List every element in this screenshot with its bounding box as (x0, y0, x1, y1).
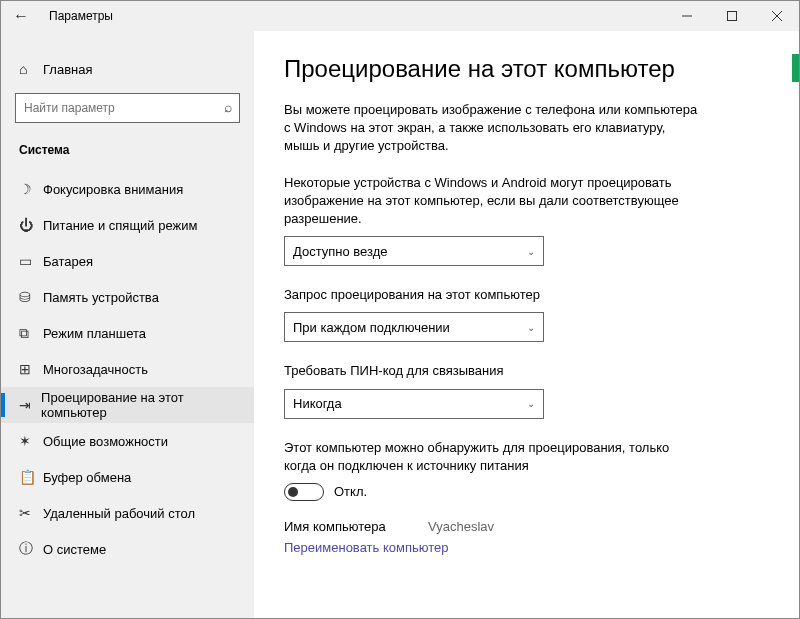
projection-permission-combo[interactable]: Доступно везде ⌄ (284, 236, 544, 266)
sidebar-item-8[interactable]: 📋Буфер обмена (1, 459, 254, 495)
focus-assist-icon: ☽ (19, 181, 43, 197)
sidebar-item-label: Общие возможности (43, 434, 168, 449)
chevron-down-icon: ⌄ (527, 246, 535, 257)
rename-pc-link[interactable]: Переименовать компьютер (284, 540, 769, 555)
projection-request-combo[interactable]: При каждом подключении ⌄ (284, 312, 544, 342)
chevron-down-icon: ⌄ (527, 322, 535, 333)
power-icon: ⏻ (19, 217, 43, 233)
projecting-icon: ⇥ (19, 397, 41, 413)
close-button[interactable] (754, 1, 799, 31)
projection-request-label: Запрос проецирования на этот компьютер (284, 286, 704, 304)
sidebar-item-7[interactable]: ✶Общие возможности (1, 423, 254, 459)
multitask-icon: ⊞ (19, 361, 43, 377)
sidebar: ⌂ Главная ⌕ Система ☽Фокусировка внимани… (1, 31, 254, 618)
minimize-button[interactable] (664, 1, 709, 31)
sidebar-section-label: Система (1, 137, 254, 171)
search-input[interactable] (15, 93, 240, 123)
sidebar-item-label: Многозадачность (43, 362, 148, 377)
pcname-label: Имя компьютера (284, 519, 404, 534)
projection-permission-label: Некоторые устройства с Windows и Android… (284, 174, 704, 229)
sidebar-item-3[interactable]: ⛁Память устройства (1, 279, 254, 315)
storage-icon: ⛁ (19, 289, 43, 305)
sidebar-item-9[interactable]: ✂Удаленный рабочий стол (1, 495, 254, 531)
sidebar-item-label: Батарея (43, 254, 93, 269)
window-title: Параметры (41, 9, 113, 23)
sidebar-item-0[interactable]: ☽Фокусировка внимания (1, 171, 254, 207)
back-button[interactable]: ← (1, 7, 41, 25)
home-icon: ⌂ (19, 61, 43, 77)
sidebar-item-label: Фокусировка внимания (43, 182, 183, 197)
main-content: Проецирование на этот компьютер Вы может… (254, 31, 799, 618)
sidebar-item-label: Буфер обмена (43, 470, 131, 485)
pin-required-label: Требовать ПИН-код для связывания (284, 362, 704, 380)
sidebar-item-label: Питание и спящий режим (43, 218, 197, 233)
shared-icon: ✶ (19, 433, 43, 449)
page-title: Проецирование на этот компьютер (284, 55, 769, 83)
sidebar-item-6[interactable]: ⇥Проецирование на этот компьютер (1, 387, 254, 423)
pin-required-combo[interactable]: Никогда ⌄ (284, 389, 544, 419)
search-icon: ⌕ (224, 99, 232, 115)
sidebar-item-4[interactable]: ⧉Режим планшета (1, 315, 254, 351)
about-icon: ⓘ (19, 540, 43, 558)
sidebar-item-5[interactable]: ⊞Многозадачность (1, 351, 254, 387)
sidebar-item-label: О системе (43, 542, 106, 557)
edge-tab-indicator (792, 54, 800, 82)
combo-value: При каждом подключении (293, 320, 450, 335)
combo-value: Доступно везде (293, 244, 388, 259)
tablet-icon: ⧉ (19, 325, 43, 342)
combo-value: Никогда (293, 396, 342, 411)
svg-rect-1 (727, 12, 736, 21)
maximize-button[interactable] (709, 1, 754, 31)
sidebar-item-label: Удаленный рабочий стол (43, 506, 195, 521)
toggle-state-label: Откл. (334, 484, 367, 499)
sidebar-item-10[interactable]: ⓘО системе (1, 531, 254, 567)
sidebar-item-label: Память устройства (43, 290, 159, 305)
power-only-toggle[interactable] (284, 483, 324, 501)
sidebar-home[interactable]: ⌂ Главная (1, 51, 254, 87)
titlebar: ← Параметры (1, 1, 799, 31)
sidebar-item-1[interactable]: ⏻Питание и спящий режим (1, 207, 254, 243)
chevron-down-icon: ⌄ (527, 398, 535, 409)
sidebar-item-label: Проецирование на этот компьютер (41, 390, 236, 420)
power-only-label: Этот компьютер можно обнаружить для прое… (284, 439, 704, 475)
clipboard-icon: 📋 (19, 469, 43, 485)
battery-icon: ▭ (19, 253, 43, 269)
pcname-value: Vyacheslav (428, 519, 494, 534)
page-description: Вы можете проецировать изображение с тел… (284, 101, 704, 156)
home-label: Главная (43, 62, 92, 77)
sidebar-item-2[interactable]: ▭Батарея (1, 243, 254, 279)
remote-icon: ✂ (19, 505, 43, 521)
toggle-knob (288, 487, 298, 497)
sidebar-item-label: Режим планшета (43, 326, 146, 341)
